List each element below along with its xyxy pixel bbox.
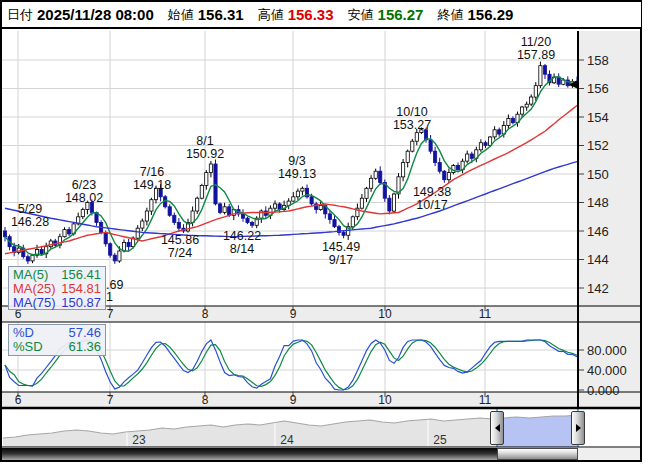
svg-text:6: 6 — [15, 393, 22, 407]
trading-chart-window: 15815615415215014814614414280.00040.0000… — [0, 0, 653, 470]
close-value: 156.29 — [467, 6, 513, 23]
svg-text:25: 25 — [433, 433, 447, 447]
chart-canvas: 15815615415215014814614414280.00040.0000… — [0, 0, 653, 470]
pct-d-row: %D 57.46 — [13, 326, 101, 340]
svg-text:146: 146 — [587, 224, 609, 239]
svg-text:8: 8 — [202, 393, 209, 407]
date-value: 2025/11/28 08:00 — [37, 6, 154, 23]
svg-text:40.000: 40.000 — [587, 363, 627, 378]
svg-text:152: 152 — [587, 138, 609, 153]
svg-text:8/14: 8/14 — [230, 242, 254, 256]
high-value: 156.33 — [288, 6, 334, 23]
range-handle-left-button[interactable] — [490, 411, 504, 445]
svg-text:157.89: 157.89 — [517, 48, 555, 62]
svg-text:9: 9 — [290, 307, 297, 321]
svg-text:5/29: 5/29 — [18, 202, 42, 216]
scrollbar-track[interactable] — [2, 448, 497, 460]
open-label: 始値 — [168, 6, 194, 24]
ma5-value: 156.41 — [61, 268, 101, 282]
ma5-row: MA(5) 156.41 — [13, 268, 101, 282]
scrollbar-thumb[interactable] — [497, 448, 578, 460]
svg-text:10: 10 — [378, 393, 392, 407]
stochastic-legend-box: %D 57.46 %SD 61.36 — [8, 324, 106, 356]
close-label: 終値 — [437, 6, 463, 24]
svg-text:142: 142 — [587, 281, 609, 296]
pct-d-label: %D — [13, 326, 34, 340]
pct-sd-value: 61.36 — [68, 340, 101, 354]
svg-text:7: 7 — [107, 307, 114, 321]
svg-text:11: 11 — [479, 307, 492, 321]
svg-text:154: 154 — [587, 110, 609, 125]
svg-text:24: 24 — [280, 433, 294, 447]
svg-text:8/1: 8/1 — [196, 134, 213, 148]
svg-text:11/20: 11/20 — [521, 35, 551, 49]
scrollbar-track-right[interactable] — [578, 448, 640, 460]
svg-text:149.18: 149.18 — [133, 178, 171, 192]
ma-legend-box: MA(5) 156.41 MA(25) 154.81 MA(75) 150.87 — [8, 266, 106, 310]
svg-text:149.38: 149.38 — [413, 185, 451, 199]
svg-text:80.000: 80.000 — [587, 343, 627, 358]
ma25-label: MA(25) — [13, 282, 56, 296]
svg-text:144: 144 — [587, 252, 609, 267]
svg-text:9/17: 9/17 — [329, 253, 353, 267]
svg-text:156: 156 — [587, 81, 609, 96]
svg-text:8: 8 — [202, 307, 209, 321]
pct-sd-row: %SD 61.36 — [13, 340, 101, 354]
right-arrow-icon — [576, 424, 581, 432]
svg-text:7: 7 — [107, 393, 114, 407]
ma75-row: MA(75) 150.87 — [13, 296, 101, 310]
svg-text:7/24: 7/24 — [168, 246, 192, 260]
svg-text:153.27: 153.27 — [393, 118, 431, 132]
high-label: 高値 — [258, 6, 284, 24]
pct-sd-label: %SD — [13, 340, 43, 354]
svg-text:145.49: 145.49 — [322, 240, 360, 254]
svg-text:7/16: 7/16 — [140, 165, 164, 179]
pct-d-value: 57.46 — [68, 326, 101, 340]
low-label: 安値 — [348, 6, 374, 24]
svg-text:146.28: 146.28 — [11, 215, 49, 229]
svg-text:9/3: 9/3 — [288, 154, 305, 168]
ma75-label: MA(75) — [13, 296, 56, 310]
ma75-value: 150.87 — [61, 296, 101, 310]
svg-text:10/17: 10/17 — [416, 198, 447, 212]
svg-text:149.13: 149.13 — [278, 167, 316, 181]
date-label: 日付 — [7, 6, 33, 24]
ma25-row: MA(25) 154.81 — [13, 282, 101, 296]
svg-text:148.02: 148.02 — [65, 191, 103, 205]
svg-text:10: 10 — [378, 307, 392, 321]
svg-text:150.92: 150.92 — [186, 147, 224, 161]
svg-text:146.22: 146.22 — [223, 229, 261, 243]
svg-text:23: 23 — [132, 433, 146, 447]
left-arrow-icon — [495, 424, 500, 432]
open-value: 156.31 — [198, 6, 244, 23]
svg-text:158: 158 — [587, 53, 609, 68]
range-handle-right-button[interactable] — [571, 411, 585, 445]
info-bar: 日付 2025/11/28 08:00 始値 156.31 高値 156.33 … — [2, 2, 641, 29]
svg-text:9: 9 — [290, 393, 297, 407]
svg-text:148: 148 — [587, 195, 609, 210]
svg-text:145.86: 145.86 — [161, 233, 199, 247]
ma5-label: MA(5) — [13, 268, 48, 282]
svg-text:6/23: 6/23 — [72, 178, 96, 192]
svg-text:10/10: 10/10 — [396, 105, 427, 119]
svg-text:11: 11 — [479, 393, 492, 407]
low-value: 156.27 — [378, 6, 424, 23]
svg-text:1: 1 — [106, 290, 113, 304]
svg-text:0.000: 0.000 — [587, 383, 620, 398]
ma25-value: 154.81 — [61, 282, 101, 296]
svg-text:150: 150 — [587, 167, 609, 182]
